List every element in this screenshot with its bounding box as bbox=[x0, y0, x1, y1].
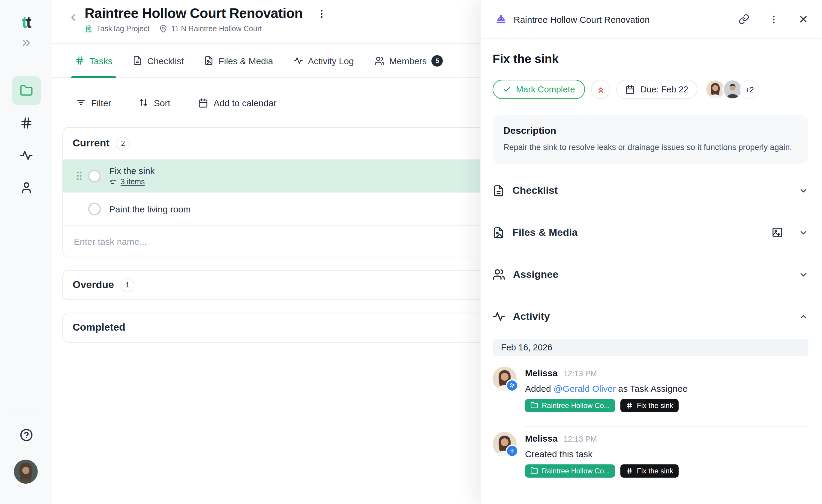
task-tag[interactable]: Fix the sink bbox=[621, 464, 679, 477]
upload-image-button[interactable] bbox=[772, 227, 783, 238]
building-icon bbox=[85, 25, 93, 33]
copy-link-button[interactable] bbox=[739, 14, 749, 25]
task-action-row: Mark Complete Due: Feb 22 bbox=[493, 79, 808, 100]
sidebar-item-projects[interactable] bbox=[12, 76, 40, 105]
panel-menu-button[interactable] bbox=[769, 14, 779, 24]
file-text-icon bbox=[133, 56, 142, 65]
folder-icon bbox=[530, 467, 538, 475]
current-user-avatar[interactable] bbox=[14, 460, 38, 484]
hash-icon bbox=[19, 116, 33, 130]
entry-divider bbox=[525, 426, 808, 426]
avatar bbox=[493, 366, 517, 390]
activity-entry: Melissa 12:13 PM Added @Gerald Oliver as… bbox=[493, 366, 808, 412]
task-name: Fix the sink bbox=[109, 165, 155, 176]
person-icon bbox=[19, 181, 33, 194]
mention-link[interactable]: @Gerald Oliver bbox=[553, 383, 615, 393]
page-title: Raintree Hollow Court Renovation bbox=[85, 5, 303, 22]
sort-button[interactable]: Sort bbox=[139, 97, 170, 108]
task-checkbox[interactable] bbox=[88, 202, 101, 215]
kebab-icon bbox=[769, 14, 779, 24]
activity-text: Added @Gerald Oliver as Task Assignee bbox=[525, 383, 808, 393]
help-button[interactable] bbox=[19, 428, 33, 442]
folder-icon bbox=[19, 84, 33, 97]
task-detail-panel: Raintree Hollow Court Renovation Fix the… bbox=[480, 0, 822, 504]
users-icon bbox=[493, 268, 505, 281]
description-card: Description Repair the sink to resolve l… bbox=[493, 115, 808, 163]
priority-button[interactable] bbox=[591, 80, 610, 99]
app-window: tt bbox=[0, 0, 822, 504]
project-type: TaskTag Project bbox=[85, 25, 149, 33]
due-date-button[interactable]: Due: Feb 22 bbox=[616, 80, 698, 99]
task-tag[interactable]: Fix the sink bbox=[621, 399, 679, 412]
file-image-icon bbox=[204, 56, 214, 65]
section-checklist[interactable]: Checklist bbox=[493, 169, 808, 211]
more-assignees-badge[interactable]: +2 bbox=[740, 80, 759, 99]
pulse-icon bbox=[19, 149, 33, 162]
task-checkbox[interactable] bbox=[88, 169, 101, 182]
filter-button[interactable]: Filter bbox=[76, 97, 111, 108]
sidebar: tt bbox=[0, 0, 53, 504]
project-tag[interactable]: Raintree Hollow Co... bbox=[525, 464, 615, 477]
chevron-down-icon[interactable] bbox=[799, 228, 808, 237]
drag-handle-icon[interactable] bbox=[76, 171, 83, 180]
hard-hat-icon bbox=[495, 13, 507, 25]
task-name: Paint the living room bbox=[109, 204, 191, 214]
panel-task-title: Fix the sink bbox=[493, 52, 808, 66]
task-checklist-link[interactable]: 3 items bbox=[121, 177, 145, 186]
chevrons-right-icon bbox=[20, 37, 32, 49]
folder-icon bbox=[530, 401, 538, 409]
file-image-icon bbox=[493, 226, 505, 238]
activity-time: 12:13 PM bbox=[563, 369, 597, 378]
project-meta: TaskTag Project 11 N Raintree Hollow Cou… bbox=[85, 25, 327, 33]
user-plus-badge-icon bbox=[506, 379, 518, 392]
section-assignee[interactable]: Assignee bbox=[493, 254, 808, 296]
activity-user: Melissa bbox=[525, 433, 557, 443]
chevron-down-icon[interactable] bbox=[799, 270, 808, 279]
activity-date-header: Feb 16, 2026 bbox=[493, 339, 808, 356]
hash-icon bbox=[626, 467, 633, 474]
sidebar-item-activity[interactable] bbox=[12, 141, 40, 170]
project-menu-button[interactable] bbox=[316, 8, 327, 19]
users-icon bbox=[374, 55, 385, 66]
sidebar-divider bbox=[10, 415, 42, 415]
chevron-up-icon[interactable] bbox=[799, 312, 808, 321]
sidebar-expand-button[interactable] bbox=[20, 37, 32, 49]
tab-activity-log[interactable]: Activity Log bbox=[293, 44, 354, 77]
section-files-media[interactable]: Files & Media bbox=[493, 211, 808, 254]
tab-tasks[interactable]: Tasks bbox=[75, 44, 112, 77]
panel-header: Raintree Hollow Court Renovation bbox=[481, 0, 822, 39]
close-icon bbox=[798, 14, 809, 25]
hash-icon bbox=[75, 56, 85, 65]
description-title: Description bbox=[503, 125, 797, 136]
project-tag[interactable]: Raintree Hollow Co... bbox=[525, 399, 615, 412]
check-icon bbox=[503, 85, 511, 94]
add-to-calendar-button[interactable]: Add to calendar bbox=[198, 97, 277, 108]
calendar-icon bbox=[198, 97, 208, 108]
link-icon bbox=[739, 14, 749, 25]
chevrons-up-icon bbox=[596, 85, 605, 94]
mark-complete-button[interactable]: Mark Complete bbox=[493, 80, 585, 99]
close-panel-button[interactable] bbox=[798, 14, 809, 25]
avatar bbox=[493, 432, 517, 456]
back-button[interactable] bbox=[68, 12, 79, 23]
sidebar-item-contacts[interactable] bbox=[12, 173, 40, 202]
description-body: Repair the sink to resolve leaks or drai… bbox=[503, 142, 797, 153]
new-task-input[interactable] bbox=[73, 235, 411, 247]
map-pin-icon bbox=[159, 25, 167, 33]
assignee-avatars[interactable]: +2 bbox=[705, 79, 759, 100]
chevron-down-icon[interactable] bbox=[799, 186, 808, 195]
pulse-icon bbox=[493, 310, 505, 323]
project-address: 11 N Raintree Hollow Court bbox=[159, 25, 262, 33]
tab-checklist[interactable]: Checklist bbox=[133, 44, 184, 77]
file-text-icon bbox=[493, 184, 505, 196]
activity-entry: Melissa 12:13 PM Created this task Raint… bbox=[493, 432, 808, 477]
tab-members[interactable]: Members 5 bbox=[374, 44, 443, 77]
panel-project-name: Raintree Hollow Court Renovation bbox=[514, 14, 650, 24]
tab-files-media[interactable]: Files & Media bbox=[204, 44, 273, 77]
activity-time: 12:13 PM bbox=[563, 434, 597, 443]
section-activity[interactable]: Activity bbox=[493, 296, 808, 338]
hash-icon bbox=[626, 402, 633, 409]
sidebar-item-tasks[interactable] bbox=[12, 109, 40, 137]
section-count-badge: 1 bbox=[121, 278, 134, 292]
plus-badge-icon bbox=[506, 444, 518, 457]
